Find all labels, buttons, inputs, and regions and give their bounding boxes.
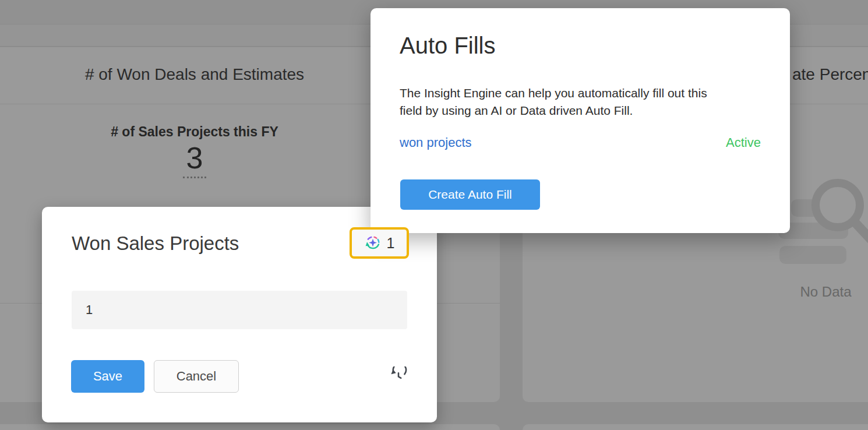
auto-fills-title: Auto Fills: [400, 33, 496, 59]
auto-fills-description: The Insight Engine can help you automati…: [400, 84, 707, 119]
auto-fills-description-line2: field by using an AI or Data driven Auto…: [400, 102, 707, 119]
create-auto-fill-button[interactable]: Create Auto Fill: [400, 179, 540, 210]
autofill-status-badge: Active: [726, 135, 761, 150]
autofill-badge-highlight[interactable]: 1: [350, 227, 409, 259]
cancel-button[interactable]: Cancel: [154, 360, 239, 393]
autofill-name-link[interactable]: won projects: [400, 135, 472, 150]
screen: # of Won Deals and Estimates # of Sales …: [0, 0, 868, 430]
autofill-sparkle-refresh-icon: [364, 234, 382, 252]
autofill-badge-count: 1: [387, 235, 395, 252]
auto-fills-description-line1: The Insight Engine can help you automati…: [400, 84, 707, 102]
auto-fills-modal: Auto Fills The Insight Engine can help y…: [371, 8, 790, 233]
field-modal-title: Won Sales Projects: [72, 232, 239, 255]
field-value-input[interactable]: [72, 291, 407, 329]
clock-restore-icon: [389, 366, 408, 386]
history-button[interactable]: [387, 365, 410, 389]
save-button[interactable]: Save: [71, 360, 144, 393]
